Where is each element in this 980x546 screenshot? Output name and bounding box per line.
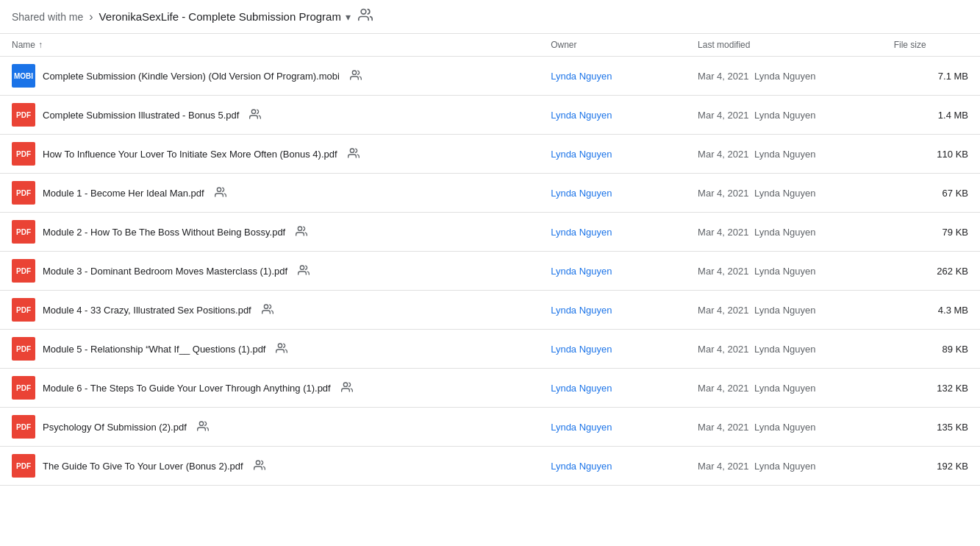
file-size-cell: 67 KB bbox=[882, 174, 980, 213]
column-header-modified[interactable]: Last modified bbox=[686, 34, 882, 57]
file-owner-cell: Lynda Nguyen bbox=[539, 447, 686, 486]
modified-by: Lynda Nguyen bbox=[754, 344, 815, 355]
file-name-cell: PDF Module 3 - Dominant Bedroom Moves Ma… bbox=[0, 252, 539, 291]
modified-date: Mar 4, 2021 bbox=[698, 71, 748, 82]
table-row[interactable]: PDF Module 3 - Dominant Bedroom Moves Ma… bbox=[0, 252, 980, 291]
modified-date: Mar 4, 2021 bbox=[698, 227, 748, 238]
file-name-text[interactable]: Complete Submission (Kindle Version) (Ol… bbox=[43, 71, 340, 82]
file-name-cell: PDF Module 2 - How To Be The Boss Withou… bbox=[0, 213, 539, 252]
shared-icon bbox=[296, 225, 307, 239]
table-row[interactable]: PDF Complete Submission Illustrated - Bo… bbox=[0, 96, 980, 135]
table-row[interactable]: PDF Module 1 - Become Her Ideal Man.pdf … bbox=[0, 174, 980, 213]
owner-name[interactable]: Lynda Nguyen bbox=[551, 110, 612, 121]
owner-name[interactable]: Lynda Nguyen bbox=[551, 227, 612, 238]
file-name-cell: PDF How To Influence Your Lover To Initi… bbox=[0, 135, 539, 174]
owner-name[interactable]: Lynda Nguyen bbox=[551, 188, 612, 199]
file-size-value: 132 KB bbox=[937, 383, 968, 394]
svg-point-0 bbox=[361, 10, 366, 15]
file-name-text[interactable]: Complete Submission Illustrated - Bonus … bbox=[43, 110, 239, 121]
owner-name[interactable]: Lynda Nguyen bbox=[551, 383, 612, 394]
file-type-icon: PDF bbox=[12, 415, 35, 439]
table-row[interactable]: PDF Module 6 - The Steps To Guide Your L… bbox=[0, 369, 980, 408]
modified-date: Mar 4, 2021 bbox=[698, 110, 748, 121]
breadcrumb-shared-with-me[interactable]: Shared with me bbox=[12, 11, 83, 23]
file-owner-cell: Lynda Nguyen bbox=[539, 330, 686, 369]
file-name-text[interactable]: Module 3 - Dominant Bedroom Moves Master… bbox=[43, 266, 287, 277]
svg-point-5 bbox=[298, 227, 302, 230]
file-size-cell: 262 KB bbox=[882, 252, 980, 291]
svg-point-6 bbox=[300, 266, 304, 269]
svg-point-8 bbox=[279, 344, 282, 347]
file-name-cell: PDF The Guide To Give To Your Lover (Bon… bbox=[0, 447, 539, 486]
table-row[interactable]: MOBI Complete Submission (Kindle Version… bbox=[0, 57, 980, 96]
file-type-icon: PDF bbox=[12, 376, 35, 400]
table-row[interactable]: PDF Module 2 - How To Be The Boss Withou… bbox=[0, 213, 980, 252]
modified-by: Lynda Nguyen bbox=[754, 266, 815, 277]
table-row[interactable]: PDF How To Influence Your Lover To Initi… bbox=[0, 135, 980, 174]
file-size-value: 192 KB bbox=[937, 461, 968, 472]
shared-icon bbox=[254, 459, 265, 473]
file-size-cell: 4.3 MB bbox=[882, 291, 980, 330]
svg-point-11 bbox=[256, 461, 260, 464]
file-name-text[interactable]: Psychology Of Submission (2).pdf bbox=[43, 422, 187, 433]
file-size-value: 67 KB bbox=[943, 188, 968, 199]
breadcrumb-separator: › bbox=[89, 10, 93, 24]
owner-name[interactable]: Lynda Nguyen bbox=[551, 71, 612, 82]
modified-date: Mar 4, 2021 bbox=[698, 188, 748, 199]
file-name-cell: MOBI Complete Submission (Kindle Version… bbox=[0, 57, 539, 96]
owner-name[interactable]: Lynda Nguyen bbox=[551, 305, 612, 316]
file-type-icon: PDF bbox=[12, 181, 35, 205]
column-header-filesize[interactable]: File size bbox=[882, 34, 980, 57]
file-name-cell: PDF Complete Submission Illustrated - Bo… bbox=[0, 96, 539, 135]
column-header-owner[interactable]: Owner bbox=[539, 34, 686, 57]
table-row[interactable]: PDF Module 4 - 33 Crazy, Illustrated Sex… bbox=[0, 291, 980, 330]
file-name-text[interactable]: Module 4 - 33 Crazy, Illustrated Sex Pos… bbox=[43, 305, 251, 316]
file-modified-cell: Mar 4, 2021 Lynda Nguyen bbox=[686, 174, 882, 213]
file-name-text[interactable]: Module 5 - Relationship “What If__ Quest… bbox=[43, 344, 265, 355]
shared-icon bbox=[215, 186, 226, 200]
shared-icon bbox=[298, 264, 310, 278]
file-type-icon: MOBI bbox=[12, 64, 35, 88]
file-size-value: 262 KB bbox=[937, 266, 968, 277]
table-header-row: Name ↑ Owner Last modified File size bbox=[0, 34, 980, 57]
file-modified-cell: Mar 4, 2021 Lynda Nguyen bbox=[686, 57, 882, 96]
file-type-icon: PDF bbox=[12, 142, 35, 166]
shared-icon bbox=[262, 303, 273, 317]
owner-name[interactable]: Lynda Nguyen bbox=[551, 422, 612, 433]
table-row[interactable]: PDF Module 5 - Relationship “What If__ Q… bbox=[0, 330, 980, 369]
file-name-text[interactable]: Module 6 - The Steps To Guide Your Lover… bbox=[43, 383, 331, 394]
file-size-cell: 79 KB bbox=[882, 213, 980, 252]
file-name-text[interactable]: The Guide To Give To Your Lover (Bonus 2… bbox=[43, 461, 243, 472]
modified-by: Lynda Nguyen bbox=[754, 305, 815, 316]
file-type-icon: PDF bbox=[12, 337, 35, 361]
folder-dropdown-arrow[interactable]: ▾ bbox=[346, 11, 351, 23]
sort-arrow-icon: ↑ bbox=[38, 40, 43, 50]
table-row[interactable]: PDF Psychology Of Submission (2).pdf Lyn… bbox=[0, 408, 980, 447]
owner-name[interactable]: Lynda Nguyen bbox=[551, 461, 612, 472]
file-name-text[interactable]: Module 1 - Become Her Ideal Man.pdf bbox=[43, 188, 204, 199]
table-row[interactable]: PDF The Guide To Give To Your Lover (Bon… bbox=[0, 447, 980, 486]
modified-by: Lynda Nguyen bbox=[754, 227, 815, 238]
file-modified-cell: Mar 4, 2021 Lynda Nguyen bbox=[686, 213, 882, 252]
svg-point-4 bbox=[217, 188, 221, 191]
file-name-text[interactable]: How To Influence Your Lover To Initiate … bbox=[43, 149, 337, 160]
file-modified-cell: Mar 4, 2021 Lynda Nguyen bbox=[686, 252, 882, 291]
share-people-icon[interactable] bbox=[358, 7, 373, 26]
file-owner-cell: Lynda Nguyen bbox=[539, 213, 686, 252]
file-owner-cell: Lynda Nguyen bbox=[539, 408, 686, 447]
file-size-cell: 7.1 MB bbox=[882, 57, 980, 96]
file-owner-cell: Lynda Nguyen bbox=[539, 369, 686, 408]
modified-by: Lynda Nguyen bbox=[754, 422, 815, 433]
file-type-icon: PDF bbox=[12, 298, 35, 322]
owner-name[interactable]: Lynda Nguyen bbox=[551, 266, 612, 277]
file-name-text[interactable]: Module 2 - How To Be The Boss Without Be… bbox=[43, 227, 285, 238]
shared-icon bbox=[350, 69, 362, 83]
folder-name[interactable]: VeronikaSexLife - Complete Submission Pr… bbox=[99, 10, 341, 23]
file-type-icon: PDF bbox=[12, 103, 35, 127]
owner-name[interactable]: Lynda Nguyen bbox=[551, 149, 612, 160]
column-header-name[interactable]: Name ↑ bbox=[0, 34, 539, 57]
file-size-cell: 110 KB bbox=[882, 135, 980, 174]
modified-date: Mar 4, 2021 bbox=[698, 461, 748, 472]
svg-point-9 bbox=[343, 383, 347, 386]
owner-name[interactable]: Lynda Nguyen bbox=[551, 344, 612, 355]
